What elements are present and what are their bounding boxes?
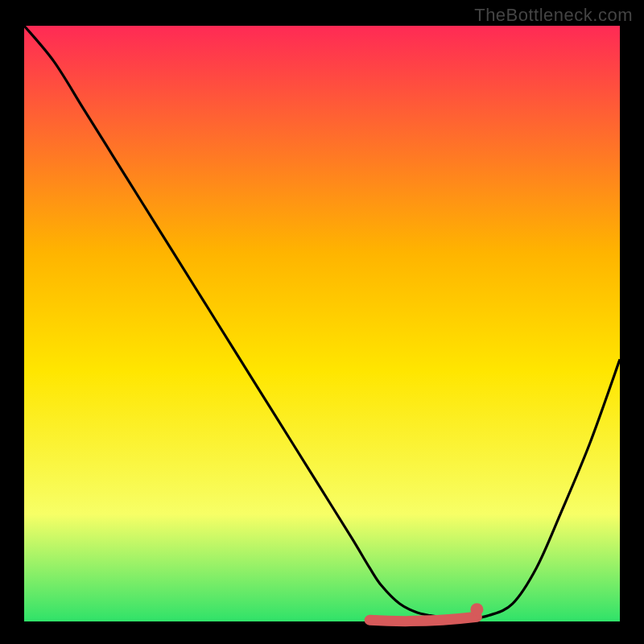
valley-highlight <box>369 617 477 621</box>
chart-stage: TheBottleneck.com <box>0 0 644 644</box>
plot-background <box>24 26 620 621</box>
watermark-text: TheBottleneck.com <box>474 5 633 26</box>
marker-point <box>470 603 483 616</box>
bottleneck-chart <box>0 0 644 644</box>
